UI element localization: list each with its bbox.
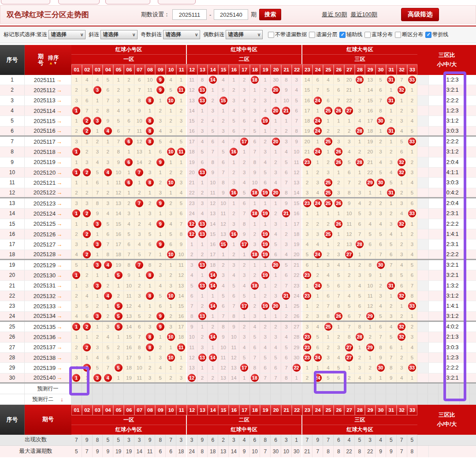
row-period[interactable]: 2025116→ [25, 127, 71, 135]
row-period[interactable]: 2025135→ [25, 322, 71, 332]
row-period[interactable]: 2025117→ [25, 137, 71, 146]
checkbox-with-polyline[interactable]: ✓ [425, 32, 431, 38]
row-period[interactable]: 2025112→ [25, 85, 71, 95]
omission-value: 3 [337, 345, 340, 350]
row-period[interactable]: 2025125→ [25, 219, 71, 229]
row-period[interactable]: 2025140→ [25, 373, 71, 382]
sort-desc-icon[interactable]: ▼ [53, 61, 58, 65]
column-header: 26 [334, 64, 344, 75]
advanced-filter-button[interactable]: 高级筛选 [401, 8, 439, 21]
omission-value: 19 [189, 160, 195, 165]
top-tab[interactable] [105, 0, 150, 4]
number-cell: 7 [229, 137, 239, 146]
row-period[interactable]: 2025132→ [25, 291, 71, 301]
checkbox-auxiliary-line[interactable]: ✓ [339, 32, 346, 38]
row-period[interactable]: 2025130→ [25, 270, 71, 280]
number-cell: 20 [271, 106, 281, 116]
number-cell: 1 [71, 106, 82, 116]
number-cell: 13 [113, 198, 124, 208]
number-cell: 5 [334, 270, 344, 280]
row-period[interactable]: 2025115→ [25, 116, 71, 126]
odd-diagonal-select[interactable]: 请选择 ∨ [163, 30, 200, 39]
number-cell: 2 [82, 188, 93, 197]
period-to-input[interactable] [214, 9, 248, 20]
number-cell: 7 [208, 147, 218, 157]
row-period[interactable]: 2025121→ [25, 178, 71, 187]
omission-value: 21 [346, 87, 352, 93]
number-cell: 9 [155, 312, 166, 321]
row-period[interactable]: 2025120→ [25, 168, 71, 177]
recent-100-link[interactable]: 最近100期 [350, 11, 377, 19]
row-period[interactable]: 2025139→ [25, 363, 71, 373]
even-diagonal-select[interactable]: 请选择 ∨ [226, 30, 263, 39]
top-tab[interactable] [158, 0, 196, 4]
column-header: 14 [208, 405, 218, 415]
recent-50-link[interactable]: 最近 50期 [322, 11, 347, 19]
row-period[interactable]: 2025134→ [25, 312, 71, 321]
row-period[interactable]: 2025113→ [25, 96, 71, 105]
number-cell: 3 [82, 281, 93, 291]
checkbox-no-omission-data[interactable] [268, 32, 274, 38]
row-period[interactable]: 2025131→ [25, 281, 71, 291]
predict-label[interactable]: 预测行一 [25, 384, 71, 394]
period-from-input[interactable] [172, 9, 207, 20]
omission-value: 3 [243, 87, 245, 93]
number-cell: 1 [145, 188, 156, 197]
predict-label[interactable]: 预测行二↓ [25, 394, 71, 404]
omission-value: 1 [253, 87, 256, 93]
column-header: 03 [93, 64, 103, 75]
checkbox-zone-break-distribution[interactable] [395, 32, 401, 38]
omission-value: 7 [264, 375, 267, 381]
search-button[interactable]: 搜索 [259, 9, 281, 20]
red-ball: 10 [167, 148, 175, 156]
row-period[interactable]: 2025137→ [25, 343, 71, 352]
row-period[interactable]: 2025136→ [25, 332, 71, 342]
number-cell: 2 [124, 198, 134, 208]
period-header[interactable]: 期号排序▲▼ [25, 45, 71, 75]
checkbox-omission-layers[interactable] [309, 32, 315, 38]
zone-sub-header: 一区 [71, 55, 187, 64]
row-period[interactable]: 2025138→ [25, 353, 71, 362]
number-cell: 2 [302, 312, 313, 321]
number-cell: 1 [71, 178, 82, 187]
top-tab[interactable] [58, 0, 100, 4]
red-ball: 25 [324, 230, 332, 238]
omission-value: 1 [201, 108, 204, 113]
row-period[interactable]: 2025123→ [25, 198, 71, 208]
number-cell: 2 [239, 157, 250, 167]
diagonal-link-select[interactable]: 请选择 ∨ [100, 30, 138, 39]
row-period[interactable]: 2025124→ [25, 209, 71, 218]
checkbox-blue-ball-distribution[interactable] [364, 32, 371, 38]
omission-value: 23 [294, 283, 299, 288]
number-cell: 31 [386, 127, 397, 135]
row-period[interactable]: 2025119→ [25, 157, 71, 167]
vertical-link-select[interactable]: 请选择 ∨ [48, 30, 86, 39]
omission-value: 6 [264, 365, 267, 370]
row-period[interactable]: 2025127→ [25, 239, 71, 249]
omission-value: 1 [86, 375, 88, 381]
top-tab[interactable] [1, 0, 50, 4]
row-period[interactable]: 2025111→ [25, 75, 71, 85]
row-period[interactable]: 2025118→ [25, 147, 71, 157]
omission-value: 15 [189, 118, 195, 123]
number-cell: 8 [281, 188, 292, 197]
number-cell: 21 [292, 260, 302, 270]
number-cell: 3 [229, 219, 239, 229]
number-cell: 15 [208, 229, 218, 239]
sort-asc-icon[interactable]: ▲ [49, 61, 53, 65]
red-ball: 11 [177, 148, 185, 156]
red-ball: 23 [303, 271, 311, 279]
omission-value: 5 [348, 160, 350, 165]
omission-value: 4 [253, 118, 256, 123]
row-period[interactable]: 2025126→ [25, 229, 71, 239]
red-ball: 9 [156, 240, 164, 248]
row-period[interactable]: 2025122→ [25, 188, 71, 197]
number-cell: 3 [155, 188, 166, 197]
row-period[interactable]: 2025128→ [25, 250, 71, 259]
row-period[interactable]: 2025133→ [25, 301, 71, 311]
number-cell: 1 [355, 168, 365, 177]
number-cell: 19 [113, 260, 124, 270]
row-period[interactable]: 2025114→ [25, 106, 71, 116]
row-period[interactable]: 2025129→ [25, 260, 71, 270]
predict-expand-icon[interactable]: ↓ [60, 396, 63, 402]
